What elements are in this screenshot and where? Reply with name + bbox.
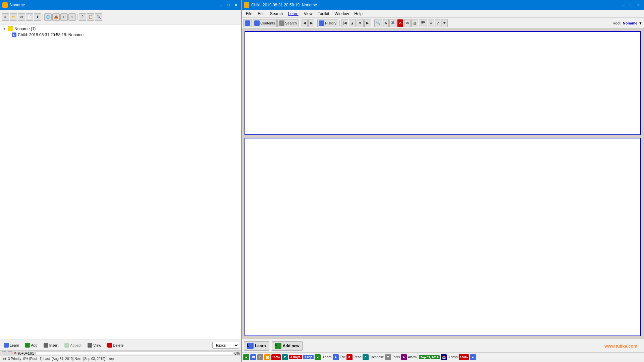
star-button[interactable]: ★ xyxy=(441,19,448,27)
right-status-row: ■ 📖 □ ▣ 100% T 3 days 1 rep ■ Learn A Ed… xyxy=(242,352,644,362)
menu-learn[interactable]: Learn xyxy=(286,11,301,17)
config-button[interactable]: ⚙ xyxy=(428,19,434,27)
nav-next-button[interactable]: ▼ xyxy=(357,19,364,27)
back-button[interactable]: ◀ xyxy=(302,19,308,27)
search-button[interactable]: 🔍 xyxy=(95,13,102,21)
search-label: Search xyxy=(285,21,297,25)
help-button[interactable]: ? xyxy=(79,13,86,21)
history-button[interactable]: History xyxy=(317,19,338,27)
root-arrow[interactable]: ▼ xyxy=(639,21,642,25)
maximize-button[interactable]: □ xyxy=(225,2,232,8)
menu-toolkit[interactable]: Toolkit xyxy=(316,11,331,17)
status-compose-icon: C xyxy=(363,354,369,360)
menu-view[interactable]: View xyxy=(302,11,315,17)
tree-root: ▼ Noname (1) L Child: 2019:08:31 20:58:1… xyxy=(2,26,240,38)
flag-button[interactable]: 🏴 xyxy=(419,19,427,27)
progress-percent: 0% xyxy=(234,351,240,355)
watermark: www.tulika.com xyxy=(604,344,637,349)
progress-track xyxy=(36,352,233,355)
accept-btn[interactable]: Accept xyxy=(63,342,83,349)
font-button[interactable]: A xyxy=(383,19,389,27)
view-icon xyxy=(88,343,92,348)
status-a-icon: A xyxy=(333,354,339,360)
insert-icon xyxy=(44,343,48,348)
new-file-button[interactable]: 📄 xyxy=(26,13,33,21)
topics-dropdown[interactable]: Topics xyxy=(212,342,239,349)
learn-label: Learn xyxy=(10,343,19,347)
menu-search[interactable]: Search xyxy=(268,11,285,17)
nav-last-button[interactable]: ▶| xyxy=(364,19,371,27)
right-toolbar: Contents Search ◀ ▶ History |◀ ▲ ▼ ▶| 🔍 … xyxy=(242,18,644,28)
contents-button[interactable]: Contents xyxy=(253,19,277,27)
rtoolbar-sep-2 xyxy=(316,20,316,26)
status-read-text: Read xyxy=(354,355,362,359)
close-button[interactable]: ✕ xyxy=(232,2,239,8)
view-btn[interactable]: View xyxy=(86,342,103,349)
menu-button[interactable]: ≡ xyxy=(2,13,9,21)
forward-button[interactable]: ▶ xyxy=(308,19,314,27)
add-label: Add xyxy=(31,343,38,347)
open-button[interactable]: 📂 xyxy=(10,13,17,21)
insert-btn[interactable]: Insert xyxy=(42,342,60,349)
search-nav-button[interactable]: Search xyxy=(277,19,299,27)
status-3days-text: 3 days xyxy=(448,355,458,359)
menu-window[interactable]: Window xyxy=(333,11,351,17)
status-icon-file: ■ xyxy=(315,354,321,360)
right-learn-label: Learn xyxy=(255,344,266,348)
toolbar-doc-button[interactable]: 📋 xyxy=(87,13,94,21)
redo-button[interactable]: ↪ xyxy=(68,13,76,21)
undo-button[interactable]: ↩ xyxy=(60,13,68,21)
add-new-icon: + xyxy=(275,343,281,349)
right-close-button[interactable]: ✕ xyxy=(635,2,642,8)
add-btn[interactable]: Add xyxy=(23,342,39,349)
right-panel: Child: 2019:08:31 20:58:19: Noname ─ □ ✕… xyxy=(241,0,644,362)
export-html-button[interactable]: 🌐 xyxy=(44,13,52,21)
toolbar-small-icon-1[interactable] xyxy=(243,19,252,27)
learn-icon xyxy=(4,343,9,348)
contents-label: Contents xyxy=(260,21,275,25)
toolbar-sep-1 xyxy=(43,14,43,20)
status-icon-orange: ▣ xyxy=(264,354,270,360)
print-button[interactable]: 🖨 xyxy=(411,19,418,27)
nav-prev-button[interactable]: ▲ xyxy=(349,19,356,27)
content-box-top[interactable] xyxy=(245,31,641,135)
content-box-bottom[interactable] xyxy=(245,138,641,336)
import-button[interactable]: ⬇ xyxy=(34,13,41,21)
zoom-button[interactable]: 🔍 xyxy=(374,19,382,27)
status-tools-text: Tools xyxy=(392,355,400,359)
cmd-button[interactable]: ⌘ xyxy=(389,19,396,27)
root-display: Root: Noname ▼ xyxy=(612,21,642,25)
right-menubar: File Edit Search Learn View Toolkit Wind… xyxy=(242,10,644,18)
help-right-button[interactable]: ? xyxy=(435,19,440,27)
tree-child-item[interactable]: L Child: 2019:08:31 20:58:19: Noname xyxy=(2,32,240,38)
status-badge-days: 3 days xyxy=(289,355,302,359)
right-minimize-button[interactable]: ─ xyxy=(620,2,627,8)
status-close-btn[interactable]: ✕ xyxy=(14,351,17,355)
export-button[interactable]: 📤 xyxy=(52,13,60,21)
status-badge-rep: 1 rep xyxy=(303,355,314,359)
delete-icon xyxy=(107,343,112,348)
right-maximize-button[interactable]: □ xyxy=(628,2,634,8)
status-icon-red[interactable]: 100% xyxy=(271,354,281,360)
contents-icon xyxy=(254,20,260,26)
mail-button[interactable]: ✉ xyxy=(404,19,411,27)
status-tools-icon: T xyxy=(385,354,391,360)
status-icon-book: 📖 xyxy=(250,354,256,360)
nav-first-button[interactable]: |◀ xyxy=(341,19,348,27)
add-icon xyxy=(25,343,30,348)
red-btn-1[interactable]: ✕ xyxy=(397,19,404,27)
menu-help[interactable]: Help xyxy=(352,11,365,17)
left-titlebar-controls: ─ □ ✕ xyxy=(218,2,239,8)
menu-file[interactable]: File xyxy=(244,11,254,17)
new-folder-button[interactable]: 🗂 xyxy=(18,13,25,21)
right-learn-btn[interactable]: L Learn xyxy=(244,341,269,351)
menu-edit[interactable]: Edit xyxy=(256,11,267,17)
delete-btn[interactable]: Delete xyxy=(106,342,125,349)
add-new-btn[interactable]: + Add new xyxy=(272,341,303,351)
rs-sep-2 xyxy=(418,355,418,360)
learn-btn[interactable]: Learn xyxy=(2,342,21,349)
status-info: Int=3 Priority=0% (Posit=1) Last=[Aug 31… xyxy=(2,357,114,361)
minimize-button[interactable]: ─ xyxy=(218,2,224,8)
tree-root-item[interactable]: ▼ Noname (1) xyxy=(2,26,240,32)
accept-icon xyxy=(64,343,69,348)
